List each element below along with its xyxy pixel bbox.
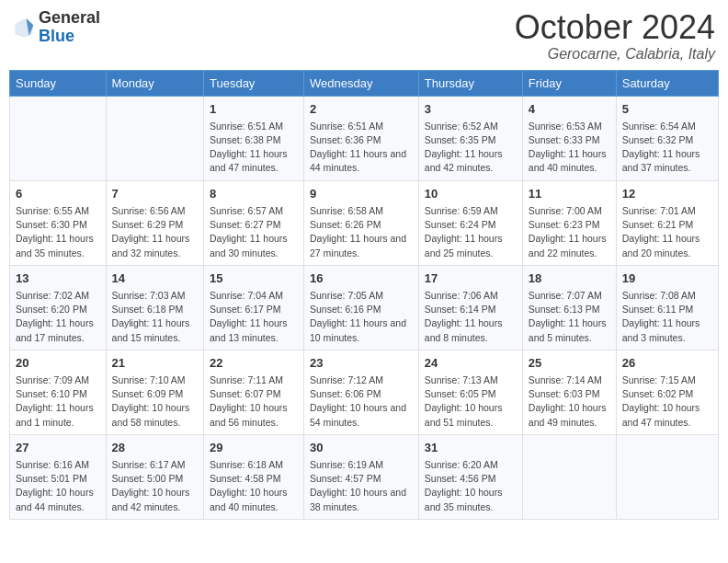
day-content: Sunrise: 6:17 AM Sunset: 5:00 PM Dayligh… — [112, 458, 198, 514]
calendar-table: Sunday Monday Tuesday Wednesday Thursday… — [9, 70, 719, 520]
calendar-week-row: 27Sunrise: 6:16 AM Sunset: 5:01 PM Dayli… — [10, 434, 719, 519]
table-row: 22Sunrise: 7:11 AM Sunset: 6:07 PM Dayli… — [203, 350, 303, 434]
calendar-header-row: Sunday Monday Tuesday Wednesday Thursday… — [10, 70, 719, 96]
table-row: 29Sunrise: 6:18 AM Sunset: 4:58 PM Dayli… — [203, 434, 303, 519]
day-content: Sunrise: 7:12 AM Sunset: 6:06 PM Dayligh… — [310, 373, 413, 430]
day-content: Sunrise: 7:13 AM Sunset: 6:05 PM Dayligh… — [425, 373, 517, 430]
day-number: 31 — [425, 440, 517, 456]
day-content: Sunrise: 7:08 AM Sunset: 6:11 PM Dayligh… — [622, 289, 712, 345]
day-content: Sunrise: 6:51 AM Sunset: 6:36 PM Dayligh… — [310, 120, 413, 176]
table-row: 30Sunrise: 6:19 AM Sunset: 4:57 PM Dayli… — [303, 434, 418, 519]
day-number: 12 — [622, 186, 712, 202]
day-number: 19 — [622, 270, 712, 287]
logo: General Blue — [13, 9, 100, 46]
day-content: Sunrise: 6:51 AM Sunset: 6:38 PM Dayligh… — [210, 120, 298, 176]
day-number: 15 — [210, 270, 298, 287]
day-number: 16 — [310, 270, 413, 287]
col-wednesday: Wednesday — [303, 70, 418, 96]
table-row: 16Sunrise: 7:05 AM Sunset: 6:16 PM Dayli… — [303, 265, 418, 350]
table-row: 19Sunrise: 7:08 AM Sunset: 6:11 PM Dayli… — [616, 265, 718, 350]
day-number: 14 — [112, 270, 198, 287]
day-content: Sunrise: 6:18 AM Sunset: 4:58 PM Dayligh… — [210, 458, 298, 514]
day-number: 13 — [16, 270, 100, 287]
day-content: Sunrise: 7:02 AM Sunset: 6:20 PM Dayligh… — [16, 289, 100, 345]
month-title: October 2024 — [515, 9, 715, 46]
table-row — [522, 434, 616, 519]
col-monday: Monday — [106, 70, 203, 96]
day-number: 11 — [529, 186, 610, 202]
day-content: Sunrise: 6:58 AM Sunset: 6:26 PM Dayligh… — [310, 204, 413, 260]
table-row: 10Sunrise: 6:59 AM Sunset: 6:24 PM Dayli… — [418, 180, 522, 265]
table-row — [616, 434, 718, 519]
table-row: 11Sunrise: 7:00 AM Sunset: 6:23 PM Dayli… — [522, 180, 616, 265]
day-content: Sunrise: 6:59 AM Sunset: 6:24 PM Dayligh… — [425, 204, 517, 260]
col-sunday: Sunday — [10, 70, 107, 96]
day-number: 25 — [529, 355, 610, 372]
table-row: 3Sunrise: 6:52 AM Sunset: 6:35 PM Daylig… — [418, 96, 522, 180]
day-number: 4 — [529, 101, 610, 118]
day-content: Sunrise: 6:57 AM Sunset: 6:27 PM Dayligh… — [210, 204, 298, 260]
table-row: 13Sunrise: 7:02 AM Sunset: 6:20 PM Dayli… — [10, 265, 107, 350]
day-number: 23 — [310, 355, 413, 372]
day-number: 21 — [112, 355, 198, 372]
table-row: 17Sunrise: 7:06 AM Sunset: 6:14 PM Dayli… — [418, 265, 522, 350]
table-row: 18Sunrise: 7:07 AM Sunset: 6:13 PM Dayli… — [522, 265, 616, 350]
table-row: 1Sunrise: 6:51 AM Sunset: 6:38 PM Daylig… — [203, 96, 303, 180]
day-number: 8 — [210, 186, 298, 202]
table-row — [10, 96, 107, 180]
table-row: 24Sunrise: 7:13 AM Sunset: 6:05 PM Dayli… — [418, 350, 522, 434]
day-number: 24 — [425, 355, 517, 372]
day-content: Sunrise: 7:11 AM Sunset: 6:07 PM Dayligh… — [210, 373, 298, 430]
day-content: Sunrise: 6:53 AM Sunset: 6:33 PM Dayligh… — [529, 120, 610, 176]
day-number: 1 — [210, 101, 298, 118]
table-row: 23Sunrise: 7:12 AM Sunset: 6:06 PM Dayli… — [303, 350, 418, 434]
day-number: 7 — [112, 186, 198, 202]
table-row — [106, 96, 203, 180]
generalblue-logo-icon — [13, 17, 35, 39]
location: Gerocarne, Calabria, Italy — [515, 46, 715, 63]
table-row: 14Sunrise: 7:03 AM Sunset: 6:18 PM Dayli… — [106, 265, 203, 350]
day-content: Sunrise: 6:55 AM Sunset: 6:30 PM Dayligh… — [16, 204, 100, 260]
day-number: 20 — [16, 355, 100, 372]
table-row: 20Sunrise: 7:09 AM Sunset: 6:10 PM Dayli… — [10, 350, 107, 434]
table-row: 12Sunrise: 7:01 AM Sunset: 6:21 PM Dayli… — [616, 180, 718, 265]
day-number: 3 — [425, 101, 517, 118]
day-content: Sunrise: 7:09 AM Sunset: 6:10 PM Dayligh… — [16, 373, 100, 430]
day-number: 26 — [622, 355, 712, 372]
day-number: 22 — [210, 355, 298, 372]
day-number: 18 — [529, 270, 610, 287]
day-number: 17 — [425, 270, 517, 287]
page-header: General Blue October 2024 Gerocarne, Cal… — [9, 9, 719, 63]
day-number: 10 — [425, 186, 517, 202]
calendar-week-row: 13Sunrise: 7:02 AM Sunset: 6:20 PM Dayli… — [10, 265, 719, 350]
day-content: Sunrise: 6:54 AM Sunset: 6:32 PM Dayligh… — [622, 120, 712, 176]
table-row: 26Sunrise: 7:15 AM Sunset: 6:02 PM Dayli… — [616, 350, 718, 434]
table-row: 7Sunrise: 6:56 AM Sunset: 6:29 PM Daylig… — [106, 180, 203, 265]
table-row: 15Sunrise: 7:04 AM Sunset: 6:17 PM Dayli… — [203, 265, 303, 350]
day-content: Sunrise: 7:07 AM Sunset: 6:13 PM Dayligh… — [529, 289, 610, 345]
table-row: 31Sunrise: 6:20 AM Sunset: 4:56 PM Dayli… — [418, 434, 522, 519]
day-content: Sunrise: 6:20 AM Sunset: 4:56 PM Dayligh… — [425, 458, 517, 514]
logo-text: General Blue — [39, 9, 100, 46]
day-content: Sunrise: 6:16 AM Sunset: 5:01 PM Dayligh… — [16, 458, 100, 514]
calendar-week-row: 20Sunrise: 7:09 AM Sunset: 6:10 PM Dayli… — [10, 350, 719, 434]
day-number: 27 — [16, 440, 100, 456]
day-number: 5 — [622, 101, 712, 118]
table-row: 27Sunrise: 6:16 AM Sunset: 5:01 PM Dayli… — [10, 434, 107, 519]
table-row: 5Sunrise: 6:54 AM Sunset: 6:32 PM Daylig… — [616, 96, 718, 180]
col-saturday: Saturday — [616, 70, 718, 96]
day-content: Sunrise: 7:10 AM Sunset: 6:09 PM Dayligh… — [112, 373, 198, 430]
day-content: Sunrise: 6:52 AM Sunset: 6:35 PM Dayligh… — [425, 120, 517, 176]
day-number: 29 — [210, 440, 298, 456]
table-row: 2Sunrise: 6:51 AM Sunset: 6:36 PM Daylig… — [303, 96, 418, 180]
day-content: Sunrise: 7:05 AM Sunset: 6:16 PM Dayligh… — [310, 289, 413, 345]
table-row: 21Sunrise: 7:10 AM Sunset: 6:09 PM Dayli… — [106, 350, 203, 434]
day-content: Sunrise: 7:04 AM Sunset: 6:17 PM Dayligh… — [210, 289, 298, 345]
day-number: 6 — [16, 186, 100, 202]
table-row: 4Sunrise: 6:53 AM Sunset: 6:33 PM Daylig… — [522, 96, 616, 180]
day-content: Sunrise: 7:14 AM Sunset: 6:03 PM Dayligh… — [529, 373, 610, 430]
title-section: October 2024 Gerocarne, Calabria, Italy — [515, 9, 715, 63]
calendar-week-row: 6Sunrise: 6:55 AM Sunset: 6:30 PM Daylig… — [10, 180, 719, 265]
day-number: 28 — [112, 440, 198, 456]
day-content: Sunrise: 6:56 AM Sunset: 6:29 PM Dayligh… — [112, 204, 198, 260]
